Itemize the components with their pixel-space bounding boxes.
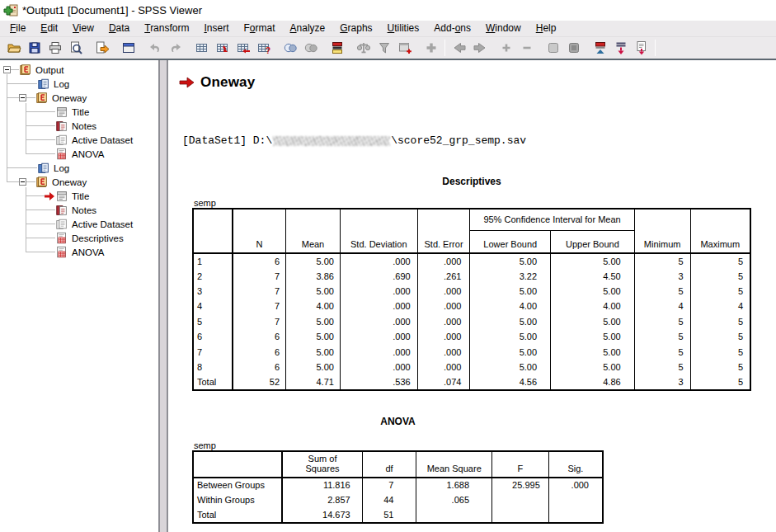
export-output-button[interactable] [92, 39, 112, 57]
table-cell: 5.00 [286, 253, 341, 268]
split-file-button[interactable] [300, 39, 321, 57]
table-row: 575.00.000.0005.005.0055 [193, 314, 750, 329]
weight-cases-button[interactable] [353, 39, 374, 57]
menu-data[interactable]: Data [101, 21, 137, 36]
menu-window[interactable]: Window [478, 21, 529, 36]
demote-button[interactable] [610, 39, 631, 57]
menu-transform[interactable]: Transform [137, 21, 196, 36]
table-cell: 1.688 [416, 478, 492, 492]
tree-item-notes[interactable]: Notes [26, 119, 158, 133]
pane-splitter[interactable] [158, 60, 168, 532]
show-all-button[interactable] [421, 39, 441, 57]
table-cell: 6 [233, 344, 286, 359]
tree-item-notes[interactable]: Notes [26, 203, 158, 217]
back-button[interactable] [449, 39, 469, 57]
row-label: Within Groups [193, 492, 282, 507]
tree-item-active-dataset[interactable]: Active Dataset [26, 133, 158, 147]
open-file-button[interactable] [3, 39, 24, 57]
anova-output-item[interactable]: ANOVA semp Sum of SquaresdfMean SquareFS… [192, 416, 604, 524]
table-row: Total14.67351 [193, 507, 603, 522]
recall-dialogs-icon [121, 40, 136, 55]
tree-item-descriptives[interactable]: Descriptives [26, 231, 158, 245]
tree-item-title[interactable]: Title [26, 105, 158, 119]
tree-item-output[interactable]: Output [3, 63, 158, 77]
redo-button[interactable] [165, 39, 186, 57]
tree-item-label: Notes [72, 121, 96, 131]
recall-dialogs-button[interactable] [118, 39, 139, 57]
menu-analyze[interactable]: Analyze [283, 21, 333, 36]
dataset-icon [55, 218, 68, 231]
menu-help[interactable]: Help [529, 21, 564, 36]
table-row: 474.00.000.0004.004.0044 [193, 299, 750, 313]
row-label: Between Groups [193, 478, 282, 492]
table-output-icon [55, 232, 68, 245]
table-cell [492, 492, 549, 507]
output-heading: Oneway [200, 74, 255, 91]
tree-item-active-dataset[interactable]: Active Dataset [26, 217, 158, 231]
table-cell: .000 [340, 299, 417, 313]
descriptives-output-item[interactable]: Descriptives semp NMeanStd. DeviationStd… [192, 176, 751, 391]
show-all-icon [424, 40, 439, 55]
toolbar-gap [415, 48, 421, 49]
undo-icon [148, 40, 162, 55]
row-label: 4 [193, 299, 233, 313]
tree-item-title[interactable]: Title [26, 189, 158, 203]
tree-item-anova[interactable]: ANOVA [26, 147, 158, 161]
tree-item-anova[interactable]: ANOVA [26, 245, 158, 259]
table-cell: 4 [634, 299, 690, 313]
find-button[interactable]: ? [253, 39, 274, 57]
output-book-icon [19, 64, 32, 77]
expander-minus[interactable] [19, 94, 26, 101]
goto-data-button[interactable] [191, 39, 212, 57]
tree-item-oneway[interactable]: Oneway [7, 91, 158, 105]
menu-insert[interactable]: Insert [196, 21, 236, 36]
table-cell: 5.00 [470, 329, 551, 344]
table-cell: 5.00 [470, 253, 551, 268]
print-preview-button[interactable] [65, 39, 86, 57]
menu-file[interactable]: File [2, 21, 33, 36]
expander-minus[interactable] [3, 66, 11, 73]
menu-utilities[interactable]: Utilities [380, 21, 427, 36]
tree-item-label: Active Dataset [72, 135, 133, 145]
column-header: Std. Deviation [340, 209, 417, 253]
tree-item-log[interactable]: Log [7, 161, 158, 175]
tree-item-oneway[interactable]: Oneway [7, 175, 158, 189]
expand-icon [499, 40, 514, 55]
table-cell: 6 [233, 329, 286, 344]
menu-graphs[interactable]: Graphs [332, 21, 379, 36]
promote-button[interactable] [590, 39, 610, 57]
value-labels-button[interactable] [327, 39, 347, 57]
menu-edit[interactable]: Edit [33, 21, 65, 36]
toolbar-gap [490, 48, 496, 49]
table-cell: 4.00 [286, 299, 341, 313]
column-header: Maximum [690, 209, 750, 253]
show-button[interactable] [543, 39, 563, 57]
variables-button[interactable] [233, 39, 253, 57]
svg-text:?: ? [266, 46, 270, 55]
expander-minus[interactable] [19, 178, 26, 186]
save-file-button[interactable] [24, 39, 45, 57]
menu-format[interactable]: Format [237, 21, 283, 36]
row-label: Total [193, 507, 282, 522]
select-cases-button[interactable] [280, 39, 300, 57]
main-split: OutputLogOnewayTitleNotesActive DatasetA… [0, 59, 776, 532]
column-header: N [233, 209, 286, 253]
table-cell: 3 [634, 268, 690, 283]
table-cell: 5.00 [286, 344, 341, 359]
expand-button[interactable] [496, 39, 516, 57]
tree-item-log[interactable]: Log [7, 77, 158, 91]
menu-view[interactable]: View [65, 21, 101, 36]
designate-window-button[interactable] [394, 39, 415, 57]
insert-heading-button[interactable] [631, 39, 651, 57]
print-button[interactable] [45, 39, 65, 57]
hide-button[interactable] [563, 39, 584, 57]
undo-button[interactable] [144, 39, 165, 57]
table-cell: .000 [417, 253, 470, 268]
forward-button[interactable] [469, 39, 490, 57]
use-sets-button[interactable] [374, 39, 394, 57]
use-sets-icon [377, 40, 392, 55]
goto-case-button[interactable] [212, 39, 233, 57]
menu-add-ons[interactable]: Add-ons [426, 21, 478, 36]
collapse-button[interactable] [516, 39, 537, 57]
table-cell: 7 [233, 268, 286, 283]
